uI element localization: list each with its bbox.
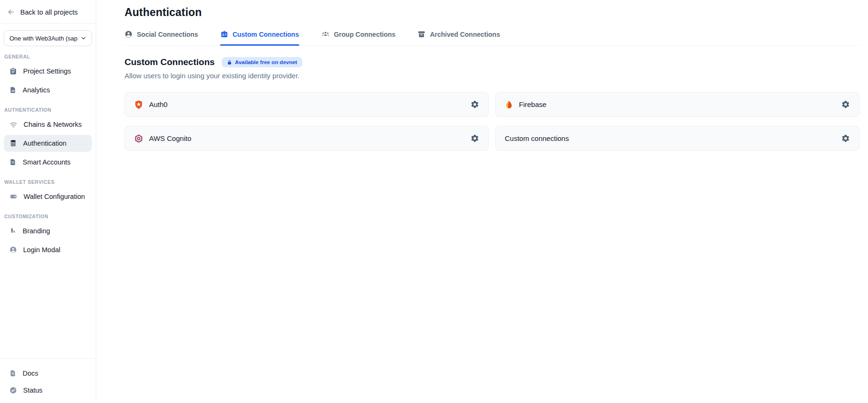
custom-connections-settings-button[interactable] (840, 133, 851, 144)
user-circle-icon (125, 30, 133, 38)
users-group-icon (321, 30, 330, 38)
tab-label: Custom Connections (233, 31, 299, 38)
card-firebase[interactable]: Firebase (495, 92, 860, 117)
check-circle-icon (9, 387, 17, 394)
chevron-down-icon (80, 35, 87, 41)
project-selector[interactable]: One with Web3Auth (sap (4, 30, 92, 46)
card-auth0[interactable]: Auth0 (125, 92, 489, 117)
card-custom-connections[interactable]: Custom connections (495, 126, 860, 151)
card-label: Firebase (519, 100, 546, 108)
database-icon (9, 140, 17, 147)
section-label-customization: CUSTOMIZATION (0, 206, 96, 222)
tab-custom-connections[interactable]: Custom Connections (220, 30, 299, 46)
sidebar-item-authentication[interactable]: Authentication (4, 135, 92, 152)
aws-cognito-logo-icon (134, 134, 143, 143)
section-label-authentication: AUTHENTICATION (0, 99, 96, 115)
section-description: Allow users to login using your existing… (125, 72, 860, 80)
tab-group-connections[interactable]: Group Connections (321, 30, 396, 46)
sidebar-item-project-settings[interactable]: Project Settings (4, 63, 92, 80)
wallet-icon (9, 193, 17, 200)
tab-label: Archived Connections (430, 31, 500, 38)
auth0-settings-button[interactable] (469, 99, 480, 110)
sidebar-item-label: Project Settings (23, 67, 71, 75)
id-badge-icon (220, 30, 228, 38)
main-content: Authentication Social Connections Custom… (96, 0, 868, 151)
card-label: Custom connections (505, 134, 569, 142)
sidebar-item-label: Status (23, 387, 42, 394)
page-title: Authentication (125, 0, 860, 19)
connection-cards: Auth0 Firebase AWS Cognito Custom (125, 92, 860, 151)
section-label-general: GENERAL (0, 46, 96, 62)
arrow-left-icon (7, 8, 15, 16)
firebase-logo-icon (505, 100, 513, 109)
sidebar-item-chains-networks[interactable]: Chains & Networks (4, 116, 92, 133)
tab-bar: Social Connections Custom Connections Gr… (125, 30, 860, 46)
clipboard-icon (9, 67, 17, 75)
card-label: AWS Cognito (149, 134, 191, 142)
sidebar-item-label: Smart Accounts (23, 158, 71, 166)
project-selector-value: One with Web3Auth (sap (9, 35, 80, 42)
sidebar-item-label: Analytics (23, 86, 50, 94)
sidebar-item-analytics[interactable]: Analytics (4, 82, 92, 99)
sidebar-item-smart-accounts[interactable]: Smart Accounts (4, 154, 92, 171)
divider (0, 358, 96, 359)
analytics-icon (9, 86, 17, 94)
badge-label: Available free on devnet (235, 59, 297, 65)
divider (0, 23, 96, 24)
card-label: Auth0 (149, 100, 167, 108)
sidebar-item-login-modal[interactable]: Login Modal (4, 241, 92, 258)
devnet-badge: Available free on devnet (222, 57, 302, 67)
section-heading: Custom Connections (125, 57, 215, 67)
section-label-wallet-services: WALLET SERVICES (0, 172, 96, 187)
sidebar-item-label: Authentication (23, 140, 67, 147)
sidebar-item-label: Branding (23, 227, 50, 235)
back-label: Back to all projects (20, 8, 78, 16)
docs-icon (9, 370, 17, 377)
section-header: Custom Connections Available free on dev… (125, 57, 860, 67)
card-aws-cognito[interactable]: AWS Cognito (125, 126, 489, 151)
tab-label: Social Connections (137, 31, 198, 38)
auth0-logo-icon (134, 100, 143, 109)
sidebar: Back to all projects One with Web3Auth (… (0, 0, 96, 403)
sidebar-item-wallet-configuration[interactable]: Wallet Configuration (4, 188, 92, 205)
back-to-projects-link[interactable]: Back to all projects (0, 0, 96, 23)
sidebar-footer: Docs Status (0, 358, 96, 403)
tab-archived-connections[interactable]: Archived Connections (417, 30, 500, 46)
sidebar-item-branding[interactable]: Branding (4, 222, 92, 239)
sidebar-item-label: Wallet Configuration (24, 193, 85, 200)
sidebar-item-label: Chains & Networks (24, 121, 82, 128)
branding-icon (9, 227, 17, 235)
sidebar-item-label: Docs (23, 370, 38, 377)
sidebar-item-label: Login Modal (23, 246, 60, 254)
wifi-icon (9, 121, 17, 129)
file-icon (9, 158, 17, 166)
aws-cognito-settings-button[interactable] (469, 133, 480, 144)
user-circle-icon (9, 246, 17, 254)
lock-icon (227, 60, 232, 65)
tab-label: Group Connections (334, 31, 396, 38)
tab-social-connections[interactable]: Social Connections (125, 30, 198, 46)
sidebar-item-status[interactable]: Status (4, 382, 92, 398)
firebase-settings-button[interactable] (840, 99, 851, 110)
sidebar-item-docs[interactable]: Docs (4, 365, 92, 381)
archive-box-icon (417, 30, 426, 38)
